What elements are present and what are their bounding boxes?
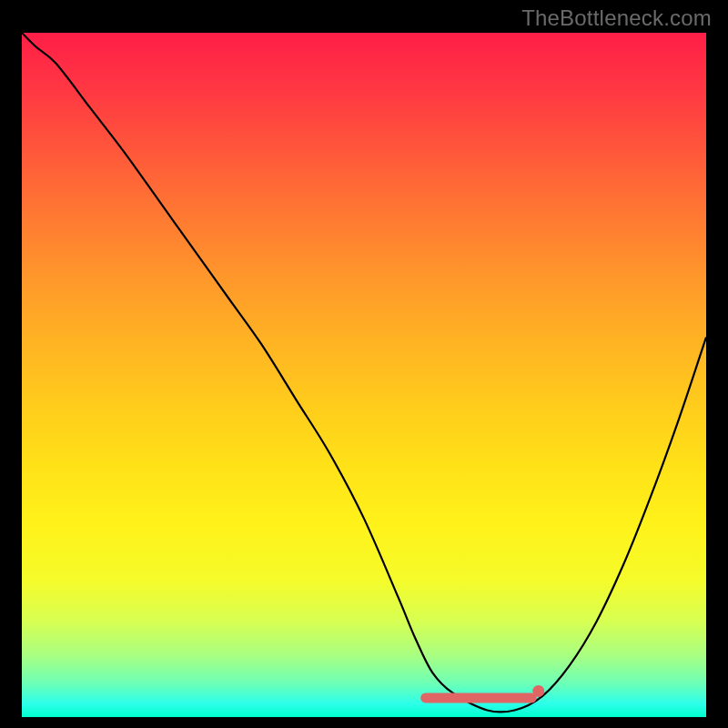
bottleneck-curve [22, 33, 706, 713]
watermark-text: TheBottleneck.com [521, 5, 712, 31]
chart-container: TheBottleneck.com [0, 0, 728, 728]
plot-area [22, 33, 706, 717]
optimal-end-dot [532, 685, 544, 697]
curve-svg [22, 33, 706, 717]
